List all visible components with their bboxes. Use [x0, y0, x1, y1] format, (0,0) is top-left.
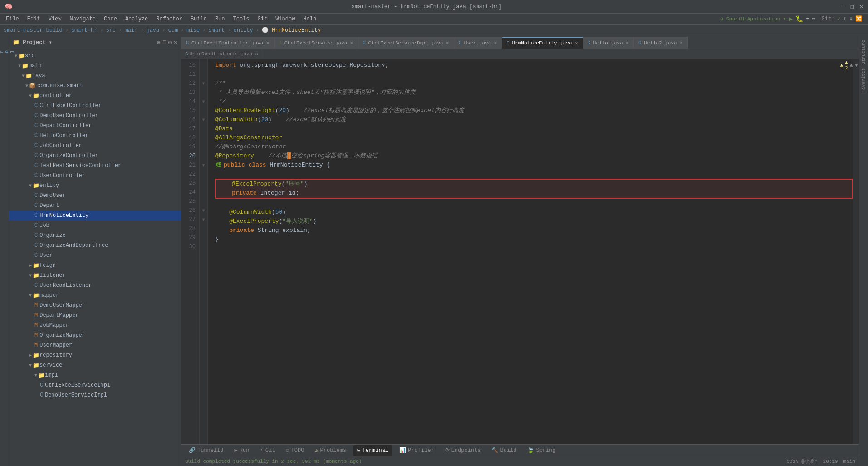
tree-item-demo-user-service-impl[interactable]: C DemoUserServiceImpl: [9, 390, 181, 400]
bottom-tab-endpoints[interactable]: ⟳ Endpoints: [441, 445, 485, 456]
tab-hrm-notice-entity[interactable]: C HrmNoticeEntity.java ✕: [502, 37, 583, 49]
breadcrumb-com[interactable]: com: [168, 27, 178, 34]
menu-view[interactable]: View: [45, 15, 65, 23]
bottom-tab-todo[interactable]: ☑ TODO: [282, 445, 308, 456]
tree-item-package[interactable]: ▼ 📦 com.mise.smart: [9, 81, 181, 91]
tree-item-demo-user-mapper[interactable]: M DemoUserMapper: [9, 300, 181, 310]
tree-item-demo-user[interactable]: C DemoUser: [9, 191, 181, 201]
sidebar-close[interactable]: ✕: [174, 39, 177, 46]
fold-btn-26[interactable]: ▼: [200, 206, 207, 215]
tree-item-listener-folder[interactable]: ▼ 📁 listener: [9, 270, 181, 280]
debug-button[interactable]: 🐛: [795, 15, 803, 23]
bottom-tab-spring[interactable]: 🍃 Spring: [524, 445, 559, 456]
tree-item-job[interactable]: C Job: [9, 221, 181, 231]
bottom-tab-run[interactable]: ▶ Run: [231, 445, 253, 456]
right-strip-structure[interactable]: Structure: [860, 38, 867, 66]
tree-item-user-read-listener[interactable]: C UserReadListener: [9, 280, 181, 290]
tree-item-src[interactable]: ▼ 📁 src: [9, 51, 181, 61]
code-editor[interactable]: import org.springframework.stereotype.Re…: [208, 59, 853, 444]
menu-code[interactable]: Code: [100, 15, 121, 23]
tree-item-organize-mapper[interactable]: M OrganizeMapper: [9, 330, 181, 340]
breadcrumb-java[interactable]: java: [146, 27, 159, 34]
more-run-button[interactable]: ⋯: [812, 15, 815, 22]
tab-ctrl-excel-service-impl[interactable]: C CtrlExcelServiceImpl.java ✕: [358, 37, 454, 49]
tree-item-repository-folder[interactable]: ▶ 📁 repository: [9, 350, 181, 360]
tree-item-impl-folder[interactable]: ▼ 📁 impl: [9, 370, 181, 380]
menu-run[interactable]: Run: [211, 15, 229, 23]
breadcrumb-entity[interactable]: entity: [234, 27, 253, 34]
tree-item-controller-folder[interactable]: ▼ 📁 controller: [9, 91, 181, 101]
tab-hello2[interactable]: C Hello2.java ✕: [634, 37, 688, 49]
tree-item-user-controller[interactable]: C UserController: [9, 171, 181, 181]
fold-btn-12[interactable]: ▼: [200, 79, 207, 88]
menu-help[interactable]: Help: [299, 15, 320, 23]
tree-item-user[interactable]: C User: [9, 250, 181, 260]
bottom-tab-tunnel[interactable]: 🔗 TunnelIJ: [185, 445, 227, 456]
maximize-button[interactable]: ❐: [850, 3, 854, 10]
breadcrumb-src[interactable]: src: [106, 27, 116, 34]
fold-btn-14[interactable]: ▼: [200, 97, 207, 106]
menu-window[interactable]: Window: [272, 15, 299, 23]
tree-item-organize-depart-tree[interactable]: C OrganizeAndDepartTree: [9, 240, 181, 250]
breadcrumb-module[interactable]: smart-hr: [71, 27, 98, 34]
minimize-button[interactable]: —: [841, 3, 845, 10]
right-gutter[interactable]: ▲ ▲ 2 ▲ ▼: [853, 59, 859, 444]
breadcrumb-project[interactable]: smart-master-build: [4, 27, 63, 34]
menu-build[interactable]: Build: [187, 15, 211, 23]
right-strip-favorites[interactable]: Favorites: [860, 66, 867, 94]
breadcrumb-main[interactable]: main: [124, 27, 137, 34]
tree-item-feign-folder[interactable]: ▶ 📁 feign: [9, 260, 181, 270]
tree-item-hrm-notice-entity[interactable]: C HrmNoticeEntity: [9, 211, 181, 221]
git-more-button[interactable]: 🔀: [855, 15, 862, 22]
tree-item-service-folder[interactable]: ▼ 📁 service: [9, 360, 181, 370]
sidebar-scroll-center[interactable]: ⊕: [157, 39, 160, 46]
breadcrumb-mise[interactable]: mise: [186, 27, 200, 34]
tree-item-depart[interactable]: C Depart: [9, 201, 181, 211]
fold-btn-16[interactable]: ▼: [200, 115, 207, 124]
fold-btn-27[interactable]: ▼: [200, 215, 207, 224]
coverage-button[interactable]: ☂: [806, 15, 809, 22]
menu-analyze[interactable]: Analyze: [122, 15, 152, 23]
breadcrumb-smart[interactable]: smart: [208, 27, 225, 34]
bottom-tab-profiler[interactable]: 📊 Profiler: [396, 445, 438, 456]
secondary-tab-user-read-listener[interactable]: C UserReadListener.java ✕: [181, 49, 262, 59]
tree-item-depart-controller[interactable]: C DepartController: [9, 121, 181, 131]
close-button[interactable]: ✕: [860, 3, 863, 10]
tree-item-ctrl-excel-service-impl[interactable]: C CtrlExcelServiceImpl: [9, 380, 181, 390]
tree-item-java[interactable]: ▼ 📁 java: [9, 71, 181, 81]
tree-item-depart-mapper[interactable]: M DepartMapper: [9, 310, 181, 320]
tree-item-organize[interactable]: C Organize: [9, 231, 181, 240]
tree-item-job-controller[interactable]: C JobController: [9, 141, 181, 151]
tree-item-ctrl-excel-controller[interactable]: C CtrlExcelController: [9, 101, 181, 111]
bottom-tab-git[interactable]: ⌥ Git: [256, 445, 279, 456]
menu-edit[interactable]: Edit: [24, 15, 44, 23]
tab-ctrl-excel-controller[interactable]: C CtrlExcelController.java ✕: [181, 37, 275, 49]
bottom-tab-build[interactable]: 🔨 Build: [488, 445, 520, 456]
scroll-down-arrow[interactable]: ▼: [855, 62, 858, 69]
menu-tools[interactable]: Tools: [230, 15, 253, 23]
git-pull-button[interactable]: ⬇: [849, 15, 853, 22]
menu-file[interactable]: File: [2, 15, 23, 23]
tab-hello[interactable]: C Hello.java ✕: [583, 37, 634, 49]
menu-navigate[interactable]: Navigate: [66, 15, 99, 23]
tab-user[interactable]: C User.java ✕: [454, 37, 502, 49]
menu-refactor[interactable]: Refactor: [152, 15, 186, 23]
tree-item-organize-controller[interactable]: C OrganizeController: [9, 151, 181, 161]
scroll-up-arrow[interactable]: ▲: [850, 62, 853, 69]
tree-item-user-mapper[interactable]: M UserMapper: [9, 340, 181, 350]
fold-btn-21[interactable]: ▼: [200, 161, 207, 170]
bottom-tab-problems[interactable]: ⚠ Problems: [311, 445, 350, 456]
tree-item-hello-controller[interactable]: C HelloController: [9, 131, 181, 141]
tab-ctrl-excel-service[interactable]: I CtrlExcelService.java ✕: [275, 37, 358, 49]
tree-item-demo-user-controller[interactable]: C DemoUserController: [9, 111, 181, 121]
sidebar-collapse-all[interactable]: ≡: [162, 39, 166, 46]
breadcrumb-class[interactable]: ⚪ HrmNoticeEntity: [262, 27, 321, 34]
menu-git[interactable]: Git: [254, 15, 271, 23]
tree-item-main[interactable]: ▼ 📁 main: [9, 61, 181, 71]
run-button[interactable]: ▶: [789, 15, 793, 23]
project-tool-icon[interactable]: Proj: [0, 38, 9, 65]
tree-item-mapper-folder[interactable]: ▼ 📁 mapper: [9, 290, 181, 300]
tree-item-test-rest-controller[interactable]: C TestRestServiceController: [9, 161, 181, 171]
tree-item-job-mapper[interactable]: M JobMapper: [9, 320, 181, 330]
bottom-tab-terminal[interactable]: ⊟ Terminal: [353, 445, 392, 456]
